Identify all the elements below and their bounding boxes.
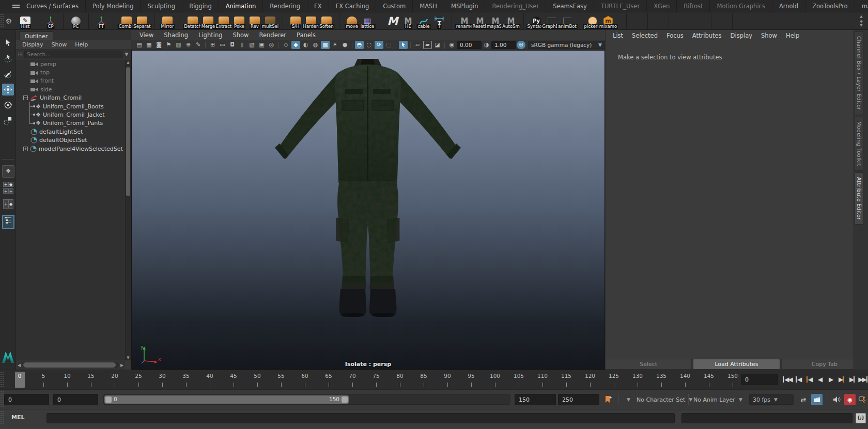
grid-icon[interactable]: ⊞ bbox=[208, 41, 217, 49]
animation-end-field[interactable] bbox=[558, 394, 599, 405]
shelf-tab-mash[interactable]: MASH bbox=[413, 0, 444, 12]
pan-zoom-icon[interactable]: ⊕ bbox=[184, 41, 193, 49]
shelf-tab-arnold[interactable]: Arnold bbox=[772, 0, 805, 12]
color-management-icon[interactable]: ⊚ bbox=[517, 41, 525, 49]
shelf-tab-bifrost[interactable]: Bifrost bbox=[677, 0, 710, 12]
wireframe-icon[interactable]: ◇ bbox=[282, 41, 290, 49]
scrollbar-thumb[interactable] bbox=[126, 67, 130, 196]
resolution-gate-icon[interactable]: ◘ bbox=[228, 41, 237, 49]
range-slider-bar[interactable]: 0 150 bbox=[104, 395, 349, 404]
command-line-grip[interactable] bbox=[0, 410, 4, 425]
shelf-button-extract[interactable]: Extract bbox=[216, 13, 231, 29]
step-back-key-button[interactable]: ◀ bbox=[804, 373, 814, 386]
use-default-material-icon[interactable]: ▩ bbox=[321, 41, 330, 49]
outliner-item-defaultobjectset[interactable]: defaultObjectSet bbox=[16, 136, 125, 145]
search-options-caret-icon[interactable]: ▼ bbox=[122, 52, 131, 57]
film-gate-icon[interactable]: ▭ bbox=[218, 41, 227, 49]
shelf-tab-msplugin[interactable]: MSPlugin bbox=[444, 0, 485, 12]
bookmark-frame-icon[interactable]: ▰ bbox=[423, 41, 432, 49]
viewport-menu-lighting[interactable]: Lighting bbox=[198, 31, 222, 39]
shelf-button-multsel[interactable]: multSel bbox=[262, 13, 278, 29]
camera-attributes-icon[interactable]: ◙ bbox=[154, 41, 163, 49]
snapshot-icon[interactable]: ▱ bbox=[413, 41, 422, 49]
shelf-tab-malcolm341-mega-pack[interactable]: malcolm341_mega_pack bbox=[855, 0, 868, 12]
shelf-button-animbot[interactable]: animBot bbox=[560, 13, 575, 29]
motion-blur-icon[interactable]: ◌ bbox=[365, 41, 374, 49]
shelf-tab-fx[interactable]: FX bbox=[307, 0, 329, 12]
shelf-tab-zootoolspro[interactable]: ZooToolsPro bbox=[805, 0, 855, 12]
shelf-button-he[interactable]: MHE bbox=[400, 13, 416, 29]
exposure-field[interactable] bbox=[457, 41, 482, 49]
shelf-tab-rendering[interactable]: Rendering bbox=[263, 0, 307, 12]
hscroll-track[interactable] bbox=[22, 362, 119, 368]
shelf-button-cable[interactable]: cable bbox=[416, 13, 431, 29]
sound-icon[interactable] bbox=[831, 394, 842, 405]
shelf-button-mixamo[interactable]: mmixamo bbox=[600, 13, 616, 29]
shelf-button-separat[interactable]: Separat bbox=[134, 13, 150, 29]
outliner-item-persp[interactable]: persp bbox=[16, 60, 125, 68]
field-chart-icon[interactable]: ▧ bbox=[247, 41, 256, 49]
playblast-options-icon[interactable] bbox=[811, 394, 823, 405]
shelf-tab-seamseasy[interactable]: SeamsEasy bbox=[546, 0, 594, 12]
command-input[interactable] bbox=[47, 413, 675, 423]
auto-key-icon[interactable] bbox=[857, 394, 868, 405]
character-set-dropdown[interactable]: No Character Set▼ bbox=[637, 394, 693, 405]
shadows-icon[interactable]: ● bbox=[340, 41, 349, 49]
attribute-editor-menu-help[interactable]: Help bbox=[786, 32, 799, 39]
shelf-button-lattice[interactable]: ▦lattice bbox=[360, 13, 375, 29]
shelf-button-detatch[interactable]: Detatch bbox=[185, 13, 200, 29]
shelf-button-m-big[interactable]: M bbox=[385, 13, 400, 29]
outliner-item-uniforn-cromil-pants[interactable]: ❖Uniforn_Cromil_Pants bbox=[16, 119, 125, 128]
step-forward-frame-button[interactable]: ▶ bbox=[847, 373, 857, 386]
shelf-button-poke[interactable]: Poke bbox=[231, 13, 247, 29]
anim-layer-dropdown[interactable]: No Anim Layer▼ bbox=[693, 394, 743, 405]
range-slider[interactable]: 0 150 bbox=[103, 394, 510, 405]
hscroll-thumb[interactable] bbox=[23, 362, 116, 368]
exposure-icon[interactable]: ◉ bbox=[447, 41, 456, 49]
shelf-button-merge[interactable]: Merge bbox=[200, 13, 216, 29]
collapse-icon[interactable]: − bbox=[23, 96, 28, 100]
shelf-tab-curves-surfaces[interactable]: Curves / Surfaces bbox=[20, 0, 86, 12]
dock-tab-channel-box-layer-editor[interactable]: Channel Box / Layer Editor bbox=[855, 31, 863, 115]
scroll-right-icon[interactable]: ▶ bbox=[119, 363, 125, 368]
scroll-down-icon[interactable]: ▼ bbox=[126, 356, 131, 360]
timeline-grip[interactable] bbox=[0, 371, 4, 388]
attribute-editor-menu-list[interactable]: List bbox=[613, 32, 623, 39]
outliner-tab[interactable]: Outliner bbox=[19, 31, 53, 40]
load-attributes-button[interactable]: Load Attributes bbox=[693, 359, 780, 370]
step-back-frame-button[interactable]: ◀ bbox=[793, 373, 803, 386]
flat-shade-icon[interactable]: ◐ bbox=[301, 41, 310, 49]
shelf-tab-custom[interactable]: Custom bbox=[376, 0, 413, 12]
shelf-tab-turtle-user[interactable]: TURTLE_User bbox=[594, 0, 647, 12]
outliner-menu-display[interactable]: Display bbox=[22, 41, 43, 48]
shelf-tab-animation[interactable]: Animation bbox=[219, 0, 264, 12]
select-tool[interactable] bbox=[2, 37, 14, 49]
time-slider[interactable]: 0510152025303540455055606570758085909510… bbox=[4, 370, 739, 390]
range-grip[interactable] bbox=[0, 391, 4, 408]
fps-dropdown[interactable]: 30 fps▼ bbox=[749, 394, 794, 405]
shelf-gear-icon[interactable]: ⚙ bbox=[2, 17, 16, 25]
lights-icon[interactable]: ☀ bbox=[331, 41, 339, 49]
command-result-field[interactable] bbox=[681, 413, 853, 423]
anti-aliasing-icon[interactable]: ⟳ bbox=[375, 41, 383, 49]
attribute-editor-menu-selected[interactable]: Selected bbox=[632, 32, 658, 39]
go-to-end-button[interactable]: ▶▶ bbox=[858, 373, 868, 386]
playback-end-field[interactable] bbox=[515, 394, 556, 405]
outliner-item-front[interactable]: front bbox=[16, 77, 125, 85]
grease-pencil-icon[interactable]: ✎ bbox=[194, 41, 203, 49]
outliner-item-uniforn-cromil-boots[interactable]: ❖Uniforn_Cromil_Boots bbox=[16, 102, 125, 110]
viewport-3d-view[interactable]: y x Isolate : persp bbox=[131, 50, 605, 370]
outliner-item-uniforn-cromil[interactable]: −Uniforn_Cromil bbox=[16, 94, 125, 102]
shelf-button-autosm[interactable]: MAutoSm bbox=[503, 13, 519, 29]
safe-action-icon[interactable]: ▣ bbox=[257, 41, 266, 49]
smooth-shade-icon[interactable]: ◆ bbox=[291, 41, 300, 49]
dock-tab-attribute-editor[interactable]: Attribute Editor bbox=[855, 172, 863, 225]
range-end-handle[interactable] bbox=[342, 396, 348, 403]
range-start-handle[interactable] bbox=[105, 396, 112, 403]
outliner-item-defaultlightset[interactable]: defaultLightSet bbox=[16, 128, 125, 136]
shelf-tab-motion-graphics[interactable]: Motion Graphics bbox=[710, 0, 772, 12]
move-tool[interactable] bbox=[2, 84, 14, 96]
shelf-menu-icon[interactable] bbox=[12, 0, 20, 12]
search-input[interactable] bbox=[24, 51, 122, 58]
shelf-tab-poly-modeling[interactable]: Poly Modeling bbox=[86, 0, 141, 12]
